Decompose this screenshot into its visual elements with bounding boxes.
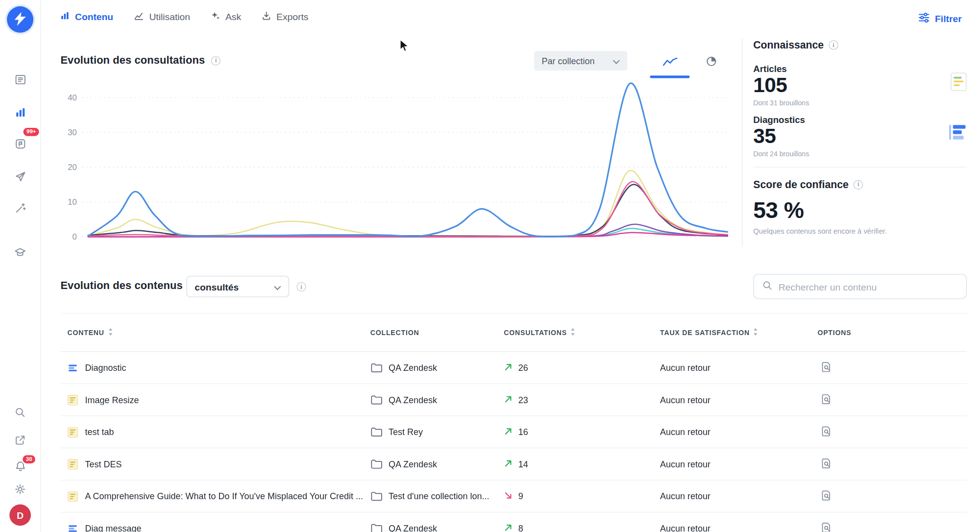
svg-text:40: 40 bbox=[68, 93, 77, 102]
table-row[interactable]: Test DES QA Zendesk 14 Aucun retour bbox=[60, 448, 967, 481]
tab-label: Utilisation bbox=[149, 11, 190, 22]
consultations-title: Evolution des consultations bbox=[60, 54, 205, 67]
group-by-select[interactable]: Par collection bbox=[534, 51, 627, 71]
header-consultations[interactable]: CONSULTATIONS bbox=[504, 328, 660, 337]
sidebar-item-assistant[interactable] bbox=[10, 199, 30, 219]
line-chart-icon bbox=[662, 56, 678, 68]
diagnostic-type-icon bbox=[68, 363, 78, 373]
chart-series-blue-collection bbox=[88, 83, 728, 237]
contents-filter-value: consultés bbox=[195, 281, 239, 292]
article-type-icon bbox=[68, 491, 78, 502]
table-row[interactable]: Image Resize QA Zendesk 23 Aucun retour bbox=[60, 384, 967, 416]
search-icon bbox=[15, 407, 26, 420]
external-link-icon bbox=[15, 434, 26, 447]
info-icon[interactable] bbox=[211, 56, 220, 65]
table-row[interactable]: test tab Test Rey 16 Aucun retour bbox=[60, 416, 967, 449]
chart-series-yellow-collection bbox=[88, 170, 728, 237]
score-value: 53 % bbox=[753, 197, 967, 223]
tab-ask[interactable]: Ask bbox=[210, 11, 241, 23]
sidebar-external-link-button[interactable] bbox=[10, 431, 30, 451]
info-icon[interactable] bbox=[296, 282, 306, 291]
tab-utilisation[interactable]: Utilisation bbox=[133, 11, 190, 23]
contents-filter-select[interactable]: consultés bbox=[186, 276, 289, 297]
consultations-count: 8 bbox=[518, 523, 523, 532]
group-by-value: Par collection bbox=[541, 56, 594, 66]
svg-text:20: 20 bbox=[68, 163, 77, 172]
content-search bbox=[753, 274, 967, 299]
diagnostic-bars-icon bbox=[948, 123, 967, 144]
folder-icon bbox=[370, 459, 382, 469]
sidebar-item-analytics[interactable] bbox=[10, 103, 30, 123]
avatar-initial: D bbox=[17, 509, 24, 520]
info-icon[interactable] bbox=[854, 180, 863, 189]
articles-count: 105 bbox=[753, 73, 809, 97]
pie-view-toggle[interactable] bbox=[699, 53, 723, 72]
trend-up-icon bbox=[504, 363, 513, 373]
satisfaction-value: Aucun retour bbox=[660, 459, 817, 469]
article-type-icon bbox=[68, 459, 78, 469]
consultations-count: 16 bbox=[518, 427, 528, 437]
sort-icon bbox=[754, 328, 758, 337]
collection-name: QA Zendesk bbox=[389, 395, 437, 405]
preview-content-button[interactable] bbox=[821, 361, 833, 373]
consultations-count: 26 bbox=[518, 363, 528, 373]
line-chart-icon bbox=[133, 11, 144, 23]
header-options: OPTIONS bbox=[817, 329, 967, 336]
content-name: Image Resize bbox=[85, 395, 139, 405]
preview-content-button[interactable] bbox=[821, 425, 833, 437]
table-row[interactable]: Diagnostic QA Zendesk 26 Aucun retour bbox=[60, 352, 967, 385]
collection-name: QA Zendesk bbox=[389, 363, 437, 373]
score-title: Score de confiance bbox=[753, 179, 848, 191]
info-icon[interactable] bbox=[829, 40, 838, 49]
sidebar-item-campaigns[interactable] bbox=[10, 168, 30, 188]
preview-content-button[interactable] bbox=[821, 392, 833, 405]
diagnostics-drafts: Dont 24 brouillons bbox=[753, 150, 809, 157]
search-input[interactable] bbox=[779, 281, 958, 292]
sidebar: 99+ bbox=[0, 0, 41, 532]
content-name: A Comprehensive Guide: What to Do If You… bbox=[85, 491, 364, 502]
sidebar-item-academy[interactable] bbox=[10, 243, 30, 263]
consultations-count: 14 bbox=[518, 459, 528, 469]
articles-drafts: Dont 31 brouillons bbox=[753, 99, 809, 106]
tab-exports[interactable]: Exports bbox=[261, 11, 308, 23]
filter-button[interactable]: Filtrer bbox=[919, 13, 962, 24]
contents-header: Evolution des contenus bbox=[60, 280, 182, 292]
sliders-icon bbox=[919, 13, 930, 24]
user-avatar[interactable]: D bbox=[9, 505, 31, 526]
preview-content-button[interactable] bbox=[821, 457, 833, 470]
table-row[interactable]: A Comprehensive Guide: What to Do If You… bbox=[60, 481, 967, 513]
collection-name: QA Zendesk bbox=[389, 459, 437, 469]
collection-name: Test Rey bbox=[389, 427, 423, 437]
preview-content-button[interactable] bbox=[821, 521, 833, 532]
satisfaction-value: Aucun retour bbox=[660, 363, 817, 373]
folder-icon bbox=[370, 491, 382, 502]
sidebar-item-forms[interactable] bbox=[10, 135, 30, 155]
mouse-cursor bbox=[399, 39, 410, 55]
app: 99+ bbox=[0, 0, 980, 532]
app-logo[interactable] bbox=[7, 6, 33, 33]
table-row[interactable]: Diag message QA Zendesk 8 Aucun retour bbox=[60, 512, 967, 532]
article-library-icon bbox=[14, 73, 26, 87]
sidebar-settings-button[interactable] bbox=[10, 480, 30, 500]
content-name: Diagnostic bbox=[85, 363, 126, 373]
diagnostics-label: Diagnostics bbox=[753, 115, 809, 125]
flag-board-icon bbox=[14, 138, 26, 151]
content-name: Test DES bbox=[85, 459, 122, 469]
notifications-badge: 30 bbox=[22, 454, 37, 465]
header-contenu[interactable]: CONTENU bbox=[60, 328, 370, 337]
tab-contenu[interactable]: Contenu bbox=[60, 11, 113, 23]
top-nav: Contenu Utilisation Ask Exports bbox=[60, 11, 308, 23]
trend-up-icon bbox=[504, 523, 513, 532]
trend-up-icon bbox=[504, 427, 513, 437]
preview-content-button[interactable] bbox=[821, 489, 833, 502]
sidebar-search-button[interactable] bbox=[10, 403, 30, 423]
line-view-toggle[interactable] bbox=[654, 53, 686, 72]
trend-up-icon bbox=[504, 459, 513, 469]
header-satisfaction[interactable]: TAUX DE SATISFACTION bbox=[660, 328, 817, 337]
articles-label: Articles bbox=[753, 64, 809, 74]
diagnostics-count: 35 bbox=[753, 124, 809, 147]
bar-chart-icon bbox=[60, 11, 70, 23]
sidebar-item-library[interactable] bbox=[10, 71, 30, 91]
folder-icon bbox=[370, 363, 382, 373]
article-type-icon bbox=[68, 394, 78, 405]
